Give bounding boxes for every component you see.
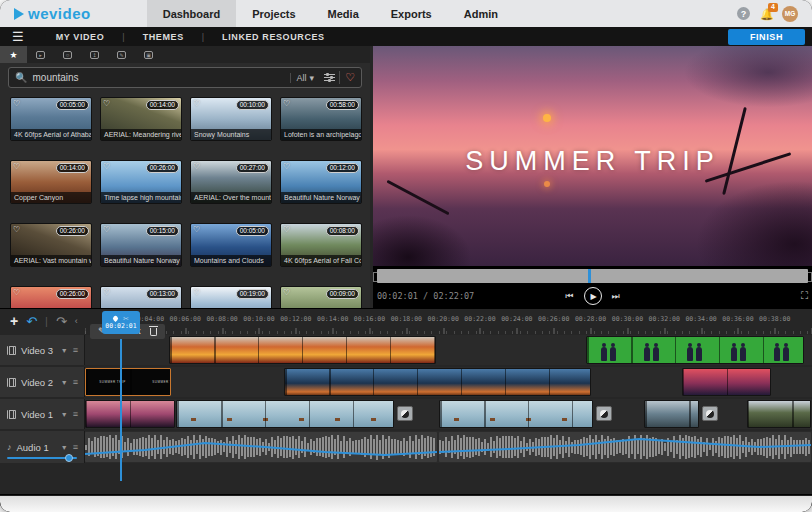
clip-pink-sunset[interactable] [682, 368, 771, 396]
clip-forest[interactable] [747, 400, 811, 428]
volume-slider[interactable] [7, 457, 77, 459]
favorite-heart-icon[interactable]: ♡ [103, 163, 110, 171]
track-drag-handle[interactable]: ≡ [73, 345, 78, 355]
nav-item-admin[interactable]: Admin [448, 0, 514, 27]
audio-clip[interactable] [85, 432, 437, 462]
favorite-heart-icon[interactable]: ♡ [13, 226, 20, 234]
notifications-bell-icon[interactable]: 🔔4 [760, 8, 772, 20]
media-item[interactable]: ♡00:26:00Sunrise over the Forested Mo... [10, 286, 92, 308]
redo-icon[interactable]: ↷ [56, 315, 67, 328]
favorite-heart-icon[interactable]: ♡ [283, 289, 290, 297]
media-item[interactable]: ♡00:58:00Lofoten is an archipelago in th… [280, 97, 362, 150]
transition-icon[interactable] [702, 406, 718, 421]
chevron-down-icon[interactable]: ▼ [61, 347, 68, 354]
media-item[interactable]: ♡00:14:00AERIAL: Meandering river vin... [100, 97, 182, 150]
nav-item-dashboard[interactable]: Dashboard [147, 0, 236, 27]
tab-my-video[interactable]: MY VIDEO [38, 32, 123, 42]
media-item[interactable]: ♡00:14:00Copper Canyon [10, 160, 92, 213]
media-item[interactable]: ♡00:05:00Mountains and Clouds [190, 223, 272, 276]
delete-clip-icon[interactable] [150, 328, 157, 336]
favorite-heart-icon[interactable]: ♡ [283, 163, 290, 171]
media-item[interactable]: ♡00:09:00mountains landscape [280, 286, 362, 308]
media-item[interactable]: ♡00:12:00Beautiful Nature Norway natu... [280, 160, 362, 213]
track-header-audio-1[interactable]: ♪ Audio 1 ▼ ≡ [0, 431, 85, 463]
tab-folders-icon[interactable]: ▸ [27, 46, 54, 63]
clip-pink-lake[interactable] [85, 400, 175, 428]
favorite-heart-icon[interactable]: ♡ [193, 226, 200, 234]
nav-item-media[interactable]: Media [312, 0, 375, 27]
volume-knob[interactable] [65, 454, 73, 462]
favorite-heart-icon[interactable]: ♡ [283, 100, 290, 108]
track-lane-video-3[interactable] [85, 335, 812, 365]
preview-scrubber[interactable] [377, 269, 808, 283]
track-drag-handle[interactable]: ≡ [73, 442, 78, 452]
undo-icon[interactable]: ↶ [26, 315, 37, 328]
favorite-heart-icon[interactable]: ♡ [283, 226, 290, 234]
clip-kayaks[interactable] [176, 400, 394, 428]
filter-type-dropdown[interactable]: All ▾ [290, 73, 321, 83]
chevron-down-icon[interactable]: ▼ [61, 444, 68, 451]
clip-title-selected[interactable]: SUMMER TRIPSUMMER TRIP [85, 368, 171, 396]
volume-envelope[interactable] [85, 432, 437, 462]
track-drag-handle[interactable]: ≡ [73, 409, 78, 419]
track-lane-video-1[interactable] [85, 399, 812, 429]
tab-linked-resources[interactable]: LINKED RESOURCES [204, 32, 343, 42]
user-avatar[interactable]: MG [782, 6, 798, 22]
favorite-heart-icon[interactable]: ♡ [193, 289, 200, 297]
media-item[interactable]: ♡00:19:00on top of mountain peak, aeria.… [190, 286, 272, 308]
help-icon[interactable]: ? [737, 7, 750, 20]
play-button[interactable]: ▶ [584, 287, 602, 305]
nav-item-projects[interactable]: Projects [236, 0, 311, 27]
wevideo-logo[interactable]: wevideo [14, 5, 91, 22]
media-item[interactable]: ♡00:27:00AERIAL: Over the mountain cliff [190, 160, 272, 213]
tab-stock-media-icon[interactable]: ☺ [54, 46, 81, 63]
track-header-video-2[interactable]: Video 2 ▼ ≡ [0, 367, 85, 397]
favorite-heart-icon[interactable]: ♡ [13, 163, 20, 171]
favorite-heart-icon[interactable]: ♡ [193, 163, 200, 171]
favorite-heart-icon[interactable]: ♡ [103, 289, 110, 297]
track-lane-audio-1[interactable] [85, 431, 812, 463]
tab-uploads-icon[interactable]: ↥ [81, 46, 108, 63]
transition-icon[interactable] [397, 406, 413, 421]
clip-greenscreen-people[interactable] [586, 336, 804, 364]
track-drag-handle[interactable]: ≡ [73, 377, 78, 387]
audio-clip[interactable] [439, 432, 811, 462]
filter-sliders-icon[interactable] [324, 73, 335, 82]
media-item[interactable]: ♡00:10:00Snowy Mountains [190, 97, 272, 150]
chevron-down-icon[interactable]: ▼ [61, 411, 68, 418]
scrubber-playhead[interactable] [588, 269, 591, 283]
chevron-down-icon[interactable]: ▼ [61, 379, 68, 386]
favorites-heart-icon[interactable]: ♡ [339, 71, 355, 84]
clip-mountain-lake[interactable] [644, 400, 699, 428]
add-media-icon[interactable]: + [10, 314, 18, 328]
media-item[interactable]: ♡00:05:004K 60fps Aerial of Athabasca ..… [10, 97, 92, 150]
favorite-heart-icon[interactable]: ♡ [103, 100, 110, 108]
transition-icon[interactable] [596, 406, 612, 421]
tab-themes[interactable]: THEMES [125, 32, 202, 42]
menu-hamburger-icon[interactable]: ☰ [12, 30, 24, 43]
track-header-video-1[interactable]: Video 1 ▼ ≡ [0, 399, 85, 429]
track-header-video-3[interactable]: Video 3 ▼ ≡ [0, 335, 85, 365]
clip-kayaks-2[interactable] [439, 400, 593, 428]
favorite-heart-icon[interactable]: ♡ [13, 100, 20, 108]
volume-envelope[interactable] [439, 432, 811, 462]
clip-blue-sunset[interactable] [284, 368, 591, 396]
skip-start-icon[interactable]: ⏮ [565, 291, 573, 302]
timeline-ruler[interactable]: 00:04:0000:06:0000:08:0000:10:0000:12:00… [85, 315, 812, 325]
playhead-marker[interactable]: ✂ 00:02:01 [102, 311, 140, 334]
media-item[interactable]: ♡00:08:004K 60fps Aerial of Fall Colors … [280, 223, 362, 276]
favorite-heart-icon[interactable]: ♡ [103, 226, 110, 234]
media-item[interactable]: ♡00:13:00Snowy Mountains II [100, 286, 182, 308]
split-scissors-icon[interactable]: ✂ [123, 315, 129, 322]
playhead-line[interactable] [120, 334, 122, 481]
favorite-heart-icon[interactable]: ♡ [193, 100, 200, 108]
nav-item-exports[interactable]: Exports [375, 0, 448, 27]
finish-button[interactable]: FINISH [728, 29, 805, 45]
search-input[interactable] [32, 72, 289, 83]
tab-recordings-icon[interactable]: ✎ [108, 46, 135, 63]
media-item[interactable]: ♡00:15:00Beautiful Nature Norway natu... [100, 223, 182, 276]
favorite-heart-icon[interactable]: ♡ [13, 289, 20, 297]
tab-favorites[interactable]: ★ [0, 46, 27, 63]
clip-fire-timelapse[interactable] [169, 336, 436, 364]
tab-gallery-icon[interactable]: ▣ [135, 46, 162, 63]
